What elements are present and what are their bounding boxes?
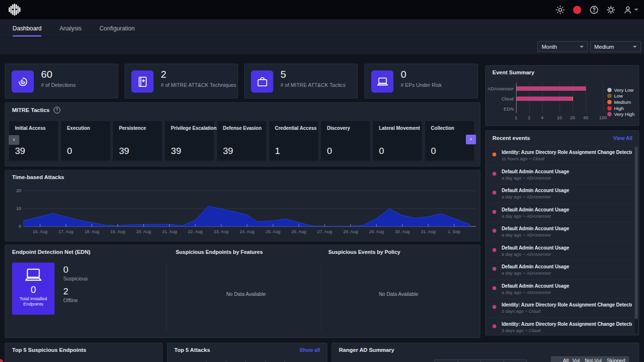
svg-text:21. Aug: 21. Aug <box>162 229 177 234</box>
recent-events-panel: Recent events View All Identity: Azure D… <box>485 130 639 335</box>
svg-text:10: 10 <box>16 206 21 211</box>
recent-event-item[interactable]: Default Admin Account Usagea day ago ~ A… <box>486 241 639 261</box>
svg-text:20: 20 <box>16 188 21 193</box>
recent-event-item[interactable]: Identity: Azure Directory Role Assignmen… <box>486 318 639 335</box>
ranger-filter-tab[interactable]: Skipped <box>607 358 625 362</box>
mitre-tactic-card[interactable]: Privilege Escalation39 <box>165 121 214 161</box>
legend-swatch <box>607 112 612 116</box>
svg-text:1. Sep: 1. Sep <box>448 229 461 234</box>
techniques-book-icon <box>131 70 154 93</box>
mitre-tactic-card[interactable]: Lateral Movement0 <box>373 121 422 161</box>
event-meta: a day ago ~ ADAssessor <box>502 195 632 199</box>
recent-event-item[interactable]: Default Admin Account Usagea day ago ~ A… <box>486 279 639 299</box>
help-circle-icon[interactable] <box>589 5 599 14</box>
detections-radar-icon <box>12 70 34 93</box>
severity-select[interactable]: Medium <box>590 41 641 52</box>
carousel-next-button[interactable]: › <box>466 135 476 144</box>
tactic-name: Initial Access <box>15 125 46 131</box>
edn-offline-value: 2 <box>63 286 88 297</box>
mitre-tactic-card[interactable]: Execution0 <box>61 121 110 161</box>
edn-suspicious-value: 0 <box>63 265 88 275</box>
detections-stat-card[interactable]: 60 # of Detections <box>5 64 118 98</box>
svg-text:19. Aug: 19. Aug <box>111 229 126 234</box>
severity-dot <box>492 172 496 176</box>
event-title: Identity: Azure Directory Role Assignmen… <box>502 302 632 307</box>
recent-event-item[interactable]: Default Admin Account Usagea day ago ~ A… <box>486 222 639 241</box>
legend-item: Very Low <box>607 87 634 93</box>
record-status-dot[interactable] <box>572 5 582 14</box>
tactic-name: Collection <box>431 125 454 131</box>
event-title: Default Admin Account Usage <box>502 207 632 212</box>
mitre-tactic-card[interactable]: Persistence39 <box>113 121 162 161</box>
eps-under-risk-stat-card[interactable]: 0 # EPs Under Risk <box>364 64 478 98</box>
mitre-tactic-card[interactable]: Discovery0 <box>321 121 370 161</box>
show-all-link[interactable]: Show all <box>299 347 320 353</box>
svg-text:25. Aug: 25. Aug <box>266 229 280 234</box>
tactic-name: Discovery <box>327 125 350 131</box>
tab-configuration[interactable]: Configuration <box>99 19 135 38</box>
recent-event-item[interactable]: Default Admin Account Usagea day ago ~ A… <box>486 260 639 279</box>
recent-event-item[interactable]: Default Admin Account Usagea day ago ~ A… <box>486 165 639 184</box>
tactic-name: Defense Evasion <box>223 125 262 131</box>
tactic-name: Lateral Movement <box>379 125 420 131</box>
recent-event-item[interactable]: Default Admin Account Usagea day ago ~ A… <box>486 203 639 223</box>
severity-dot <box>492 153 496 156</box>
event-meta: a day ago ~ ADAssessor <box>502 214 632 219</box>
techniques-stat-card[interactable]: 2 # of MITRE ATT&CK Techniques <box>125 64 238 98</box>
carousel-prev-button[interactable]: ‹ <box>9 135 19 145</box>
time-range-value: Month <box>542 44 557 50</box>
ranger-filter-tab[interactable]: Vul. <box>573 358 581 362</box>
tactic-count: 39 <box>223 146 233 156</box>
view-all-link[interactable]: View All <box>613 135 632 141</box>
event-title: Default Admin Account Usage <box>502 245 632 251</box>
chevron-down-icon <box>580 46 584 48</box>
bar-segment[interactable] <box>572 97 573 101</box>
svg-text:0: 0 <box>19 223 21 229</box>
ranger-filter-tab[interactable]: Not-Vul. <box>585 358 603 362</box>
recent-event-item[interactable]: Identity: Azure Directory Role Assignmen… <box>486 146 639 165</box>
recent-event-item[interactable]: Identity: Azure Directory Role Assignmen… <box>486 298 639 318</box>
theme-toggle-sun-icon[interactable] <box>555 5 565 14</box>
tactic-count: 39 <box>171 146 181 156</box>
svg-text:31. Aug: 31. Aug <box>421 229 436 234</box>
x-tick-label: 1 <box>510 115 522 120</box>
event-meta: a day ago ~ ADAssessor <box>502 271 632 276</box>
panel-title: Recent events <box>492 135 530 141</box>
severity-dot <box>492 248 496 252</box>
recent-events-list: Identity: Azure Directory Role Assignmen… <box>486 146 639 335</box>
recent-event-item[interactable]: Default Admin Account Usagea day ago ~ A… <box>486 184 639 203</box>
legend-label: Very High <box>614 111 634 117</box>
x-tick-label: 2 <box>523 115 535 120</box>
tab-dashboard[interactable]: Dashboard <box>13 19 42 38</box>
legend-swatch <box>607 88 612 92</box>
stat-value: 5 <box>280 69 286 80</box>
legend-item: Very High <box>607 111 634 117</box>
tactic-count: 0 <box>327 146 332 156</box>
stat-label: # of MITRE ATT&CK Techniques <box>161 82 236 88</box>
bar-segment[interactable] <box>517 97 572 101</box>
stat-label: # EPs Under Risk <box>401 82 442 88</box>
tactics-stat-card[interactable]: 5 # of MITRE ATT&CK Tactics <box>244 64 358 98</box>
panel-title: Top 5 Suspicious Endpoints <box>12 347 86 353</box>
mitre-tactic-card[interactable]: Credential Access1 <box>269 121 318 161</box>
edn-total-tile[interactable]: 0 Total Installed Endpoints <box>12 263 55 315</box>
svg-text:18. Aug: 18. Aug <box>84 229 99 234</box>
scrollbar-thumb[interactable] <box>635 147 638 319</box>
bar-segment[interactable] <box>517 86 586 91</box>
endpoint-laptop-icon <box>371 70 393 93</box>
event-title: Default Admin Account Usage <box>502 188 632 193</box>
mitre-tactic-card[interactable]: Defense Evasion39 <box>217 121 266 161</box>
user-menu[interactable] <box>623 5 638 14</box>
tab-analysis[interactable]: Analysis <box>59 19 82 38</box>
notification-dot[interactable] <box>0 359 3 362</box>
event-meta: a day ago ~ ADAssessor <box>502 233 632 237</box>
ranger-filter-tab[interactable]: All <box>563 358 569 362</box>
settings-gear-icon[interactable] <box>606 5 616 14</box>
category-label: ADAssessor <box>486 86 514 91</box>
sentinelone-logo[interactable] <box>8 3 21 16</box>
category-label: EDN <box>486 107 514 111</box>
tactic-count: 0 <box>67 146 72 156</box>
legend-label: Low <box>614 93 623 98</box>
event-title: Default Admin Account Usage <box>502 226 632 231</box>
time-range-select[interactable]: Month <box>537 41 588 52</box>
